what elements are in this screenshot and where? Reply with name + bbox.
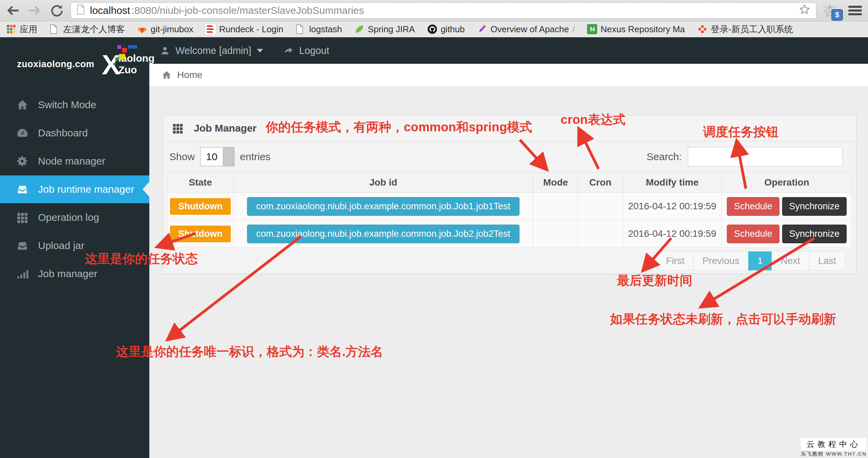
apps-grid-icon xyxy=(6,24,16,34)
home-icon xyxy=(162,70,172,80)
bookmark-rundeck[interactable]: Rundeck - Login xyxy=(206,24,283,35)
watermark-title: 云教程中心 xyxy=(801,438,867,451)
pagination-page-1[interactable]: 1 xyxy=(748,251,772,270)
job-id-button[interactable]: com.zuoxiaolong.niubi.job.example.common… xyxy=(247,197,520,216)
synchronize-button[interactable]: Synchronize xyxy=(782,225,847,243)
bookmark-onboarding[interactable]: 登录-新员工入职系统 xyxy=(697,23,793,35)
caret-down-icon xyxy=(257,49,263,56)
annotation-cron: cron表达式 xyxy=(561,111,625,128)
browser-toolbar: localhost:8080/niubi-job-console/masterS… xyxy=(0,0,868,21)
welcome-label: Welcome [admin] xyxy=(175,45,251,56)
sidebar-item-label: Switch Mode xyxy=(38,99,96,111)
app-logo[interactable]: zuoxiaolong.com X iaolong Zuo xyxy=(0,37,149,91)
sidebar-item-label: Upload jar xyxy=(38,240,84,251)
breadcrumb-home[interactable]: Home xyxy=(177,70,203,80)
watermark-subtitle: 乐飞教程 WWW.TH7.CN xyxy=(801,451,867,457)
address-bar[interactable]: localhost:8080/niubi-job-console/masterS… xyxy=(71,2,816,19)
modify-time-cell: 2016-04-12 00:19:59 xyxy=(623,220,722,248)
browser-extension-icon[interactable]: 杏 $ xyxy=(823,2,841,19)
bookmark-nexus[interactable]: Nexus Repository Ma xyxy=(587,24,685,35)
logo-mark: X iaolong Zuo xyxy=(102,53,154,76)
synchronize-button[interactable]: Synchronize xyxy=(782,197,847,216)
sidebar-item-job-runtime-manager[interactable]: Job runtime manager xyxy=(0,175,149,204)
url-path: :8080/niubi-job-console/masterSlaveJobSu… xyxy=(131,5,364,16)
page-length-select[interactable]: 10 xyxy=(200,147,234,166)
col-cron[interactable]: Cron xyxy=(578,173,623,193)
gear-icon xyxy=(16,155,29,167)
show-label: Show xyxy=(169,151,195,163)
bookmark-logstash[interactable]: logstash xyxy=(296,24,342,35)
browser-menu-icon[interactable] xyxy=(848,3,863,18)
pagination: First Previous 1 Next Last xyxy=(657,251,845,270)
user-icon xyxy=(160,45,170,56)
home-icon xyxy=(16,99,29,111)
pencil-icon xyxy=(477,24,487,34)
inbox-icon xyxy=(16,183,29,195)
back-icon[interactable] xyxy=(5,3,20,18)
github-icon xyxy=(427,24,437,34)
bookmarks-bar: 应用 左潇龙个人博客 git-jimubox Rundeck - Login l… xyxy=(0,21,868,37)
schedule-button[interactable]: Schedule xyxy=(727,197,779,216)
pagination-first[interactable]: First xyxy=(657,251,694,270)
col-state[interactable]: State xyxy=(168,173,233,193)
mode-cell xyxy=(533,220,578,248)
sidebar-item-dashboard[interactable]: Dashboard xyxy=(0,119,149,147)
mode-cell xyxy=(533,193,578,220)
sidebar-item-operation-log[interactable]: Operation log xyxy=(0,204,149,232)
col-mode[interactable]: Mode xyxy=(533,173,578,193)
rundeck-icon xyxy=(206,24,216,34)
forward-icon[interactable] xyxy=(27,3,42,18)
sidebar-item-label: Node manager xyxy=(38,155,105,167)
annotation-state: 这里是你的任务状态 xyxy=(85,250,198,267)
sidebar-item-label: Operation log xyxy=(38,212,99,223)
col-job-id[interactable]: Job id xyxy=(233,173,533,193)
leaf-icon xyxy=(354,24,364,34)
jobs-table: State Job id Mode Cron Modify time Opera… xyxy=(167,172,852,248)
bookmark-spring-jira[interactable]: Spring JIRA xyxy=(354,24,415,35)
user-menu[interactable]: Welcome [admin] xyxy=(149,37,273,64)
pagination-next[interactable]: Next xyxy=(771,251,809,270)
reload-icon[interactable] xyxy=(49,3,64,18)
annotation-modify-time: 最后更新时间 xyxy=(617,272,692,289)
job-id-button[interactable]: com.zuoxiaolong.niubi.job.example.common… xyxy=(247,225,520,243)
col-operation[interactable]: Operation xyxy=(722,173,852,193)
page-icon xyxy=(76,4,85,17)
search-input[interactable] xyxy=(688,147,843,167)
bookmark-apps[interactable]: 应用 xyxy=(6,23,37,35)
content-area: Job Manager Show 10 entries Searc xyxy=(149,86,868,458)
logo-domain: zuoxiaolong.com xyxy=(17,59,94,70)
annotation-schedule: 调度任务按钮 xyxy=(703,123,778,140)
bookmark-apache[interactable]: Overview of Apache/ xyxy=(477,24,574,35)
annotation-mode: 你的任务模式，有两种，common和spring模式 xyxy=(266,119,532,136)
logout-button[interactable]: Logout xyxy=(273,37,340,64)
logout-icon xyxy=(284,45,294,56)
bookmark-gitlab[interactable]: git-jimubox xyxy=(137,24,193,35)
sidebar-item-node-manager[interactable]: Node manager xyxy=(0,147,149,175)
flower-icon xyxy=(697,24,707,34)
status-badge: Shutdown xyxy=(170,198,230,215)
url-host: localhost xyxy=(90,5,130,16)
bookmark-star-icon[interactable] xyxy=(798,3,811,18)
panel-footer: First Previous 1 Next Last xyxy=(163,248,856,273)
table-wrap: State Job id Mode Cron Modify time Opera… xyxy=(163,172,856,248)
sidebar-item-label: Job runtime manager xyxy=(38,184,134,195)
dollar-badge: $ xyxy=(831,9,843,21)
bookmark-github[interactable]: github xyxy=(427,24,465,35)
annotation-synchronize: 如果任务状态未刷新，点击可以手动刷新 xyxy=(610,311,836,328)
grid-icon xyxy=(16,211,29,224)
sidebar-item-switch-mode[interactable]: Switch Mode xyxy=(0,91,149,119)
status-badge: Shutdown xyxy=(170,226,230,242)
table-header-row: State Job id Mode Cron Modify time Opera… xyxy=(168,173,852,193)
pagination-last[interactable]: Last xyxy=(809,251,845,270)
table-toolbar: Show 10 entries Search: xyxy=(163,141,856,172)
page-icon xyxy=(50,24,60,34)
col-modify-time[interactable]: Modify time xyxy=(623,173,722,193)
bar-chart-icon xyxy=(16,268,29,280)
pagination-previous[interactable]: Previous xyxy=(693,251,749,270)
page-icon xyxy=(296,24,306,34)
browser-window: localhost:8080/niubi-job-console/masterS… xyxy=(0,0,868,458)
dashboard-icon xyxy=(16,127,29,139)
nexus-icon xyxy=(587,24,597,34)
bookmark-blog[interactable]: 左潇龙个人博客 xyxy=(50,23,125,35)
schedule-button[interactable]: Schedule xyxy=(727,225,779,243)
